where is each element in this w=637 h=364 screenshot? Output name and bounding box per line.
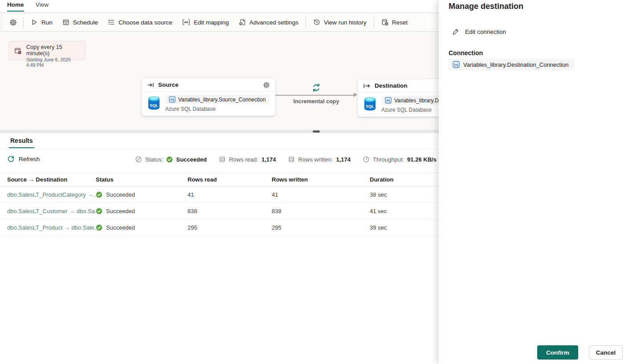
edit-mapping-label: Edit mapping bbox=[194, 19, 229, 26]
tab-results[interactable]: Results bbox=[9, 133, 34, 148]
cancel-button[interactable]: Cancel bbox=[589, 345, 623, 360]
connection-value: Variables_library.Destination_Connection bbox=[463, 61, 569, 68]
row-status: Succeeded bbox=[96, 224, 188, 231]
bar-arrow-out-icon bbox=[363, 83, 371, 89]
variable-icon: {x} bbox=[169, 96, 176, 103]
status-label: Status: bbox=[145, 156, 163, 163]
edit-connection-button[interactable]: Edit connection bbox=[452, 28, 506, 35]
azure-sql-database-icon: SQL bbox=[147, 96, 160, 110]
gauge-icon bbox=[363, 156, 370, 163]
row-status-label: Succeeded bbox=[106, 208, 135, 214]
destination-connection-chip[interactable]: {x} Variables_library.Destination_Connec… bbox=[449, 59, 574, 70]
tab-view[interactable]: View bbox=[36, 1, 49, 11]
destination-node-title: Destination bbox=[375, 82, 408, 89]
advanced-settings-button[interactable]: Advanced settings bbox=[234, 16, 303, 29]
row-status: Succeeded bbox=[96, 208, 188, 214]
connector-arrowhead bbox=[354, 93, 357, 97]
status-value: Succeeded bbox=[176, 156, 207, 163]
row-status-label: Succeeded bbox=[106, 191, 135, 198]
svg-text:{x}: {x} bbox=[170, 98, 174, 101]
panel-footer: Confirm Cancel bbox=[537, 345, 623, 360]
column-header-rows-written[interactable]: Rows written bbox=[272, 176, 370, 183]
rows-written-stat: Rows written: 1,174 bbox=[288, 156, 351, 163]
svg-text:SQL: SQL bbox=[366, 104, 374, 109]
succeeded-check-icon bbox=[96, 224, 102, 231]
choose-data-source-label: Choose data source bbox=[118, 19, 172, 26]
svg-text:{x}: {x} bbox=[386, 99, 390, 102]
source-settings-button[interactable] bbox=[263, 81, 270, 89]
row-status-label: Succeeded bbox=[106, 224, 135, 231]
view-run-history-button[interactable]: View run history bbox=[308, 16, 372, 29]
refresh-icon bbox=[7, 155, 15, 163]
panel-title: Manage destination bbox=[449, 2, 523, 11]
succeeded-check-icon bbox=[96, 208, 102, 214]
throughput-value: 91.26 KB/s bbox=[407, 156, 437, 163]
arrow-into-bar-icon bbox=[147, 82, 154, 88]
svg-text:SQL: SQL bbox=[150, 103, 158, 108]
schedule-label: Schedule bbox=[73, 19, 98, 26]
manage-destination-panel: Manage destination Edit connection Conne… bbox=[439, 0, 637, 364]
connection-field-label: Connection bbox=[449, 49, 483, 57]
settings-button[interactable] bbox=[5, 16, 21, 29]
run-button[interactable]: Run bbox=[26, 16, 57, 29]
advanced-settings-label: Advanced settings bbox=[249, 19, 298, 26]
column-header-source-destination[interactable]: Source → Destination bbox=[7, 176, 96, 183]
source-node-title: Source bbox=[158, 81, 179, 88]
rows-read-value: 1,174 bbox=[261, 156, 276, 163]
row-rows-read: 41 bbox=[188, 191, 272, 198]
toolbar-divider bbox=[23, 17, 24, 28]
succeeded-check-icon bbox=[166, 156, 173, 163]
run-summary-stats: Status: Succeeded Ro bbox=[135, 156, 462, 163]
play-icon bbox=[31, 19, 38, 26]
source-node-header: Source bbox=[142, 78, 275, 92]
database-reset-icon bbox=[381, 19, 388, 26]
reset-label: Reset bbox=[392, 19, 408, 26]
copy-job-app: Home View Run bbox=[0, 0, 637, 364]
row-source-destination-link[interactable]: dbo.SalesLT_Customer → dbo.Sa... bbox=[7, 208, 96, 214]
pencil-icon bbox=[452, 28, 459, 35]
column-header-rows-read[interactable]: Rows read bbox=[188, 176, 272, 183]
row-source-destination-link[interactable]: dbo.SalesLT_Product → dbo.Sale... bbox=[7, 224, 96, 231]
azure-sql-database-icon: SQL bbox=[363, 97, 376, 111]
row-rows-written: 838 bbox=[272, 208, 370, 214]
schedule-badge[interactable]: Copy every 15 minute(s) Starting June 6,… bbox=[9, 41, 85, 60]
splitter-drag-handle[interactable] bbox=[313, 130, 320, 133]
svg-text:{x}: {x} bbox=[454, 63, 458, 67]
reset-button[interactable]: Reset bbox=[376, 16, 412, 29]
choose-data-source-button[interactable]: Choose data source bbox=[103, 16, 177, 29]
rows-icon bbox=[288, 156, 295, 163]
mapping-icon bbox=[182, 19, 190, 26]
source-node-body: SQL {x} Variables_library.Source_Connect… bbox=[142, 92, 275, 115]
variable-icon: {x} bbox=[385, 97, 392, 104]
row-rows-written: 295 bbox=[272, 224, 370, 231]
source-node[interactable]: Source SQL bbox=[142, 78, 275, 116]
row-rows-written: 41 bbox=[272, 191, 370, 198]
calendar-clock-icon bbox=[14, 47, 22, 55]
checklist-icon bbox=[108, 19, 115, 26]
source-database-type: Azure SQL Database bbox=[165, 106, 271, 112]
refresh-label: Refresh bbox=[19, 156, 40, 162]
view-run-history-label: View run history bbox=[324, 19, 367, 26]
column-header-status[interactable]: Status bbox=[96, 176, 188, 183]
row-status: Succeeded bbox=[96, 191, 188, 198]
row-source-destination-link[interactable]: dbo.SalesLT_ProductCategory →... bbox=[7, 191, 96, 198]
throughput-stat: Throughput: 91.26 KB/s bbox=[363, 156, 437, 163]
schedule-button[interactable]: Schedule bbox=[57, 16, 103, 29]
incremental-copy-sync-icon bbox=[311, 82, 322, 93]
source-connection-chip[interactable]: {x} Variables_library.Source_Connection bbox=[165, 95, 269, 104]
confirm-button[interactable]: Confirm bbox=[537, 345, 578, 360]
refresh-button[interactable]: Refresh bbox=[7, 155, 40, 163]
row-rows-read: 295 bbox=[188, 224, 272, 231]
edit-mapping-button[interactable]: Edit mapping bbox=[177, 16, 234, 29]
edit-connection-label: Edit connection bbox=[465, 28, 506, 35]
toolbar-divider bbox=[306, 17, 306, 28]
succeeded-check-icon bbox=[96, 191, 102, 198]
connector-label: Incremental copy bbox=[285, 98, 347, 105]
toolbar-divider bbox=[374, 17, 374, 28]
calendar-icon bbox=[62, 19, 69, 26]
gear-icon bbox=[9, 19, 17, 26]
schedule-badge-title: Copy every 15 minute(s) bbox=[26, 44, 81, 57]
throughput-label: Throughput: bbox=[373, 156, 404, 163]
tab-home[interactable]: Home bbox=[7, 1, 24, 12]
gear-icon bbox=[263, 81, 270, 89]
